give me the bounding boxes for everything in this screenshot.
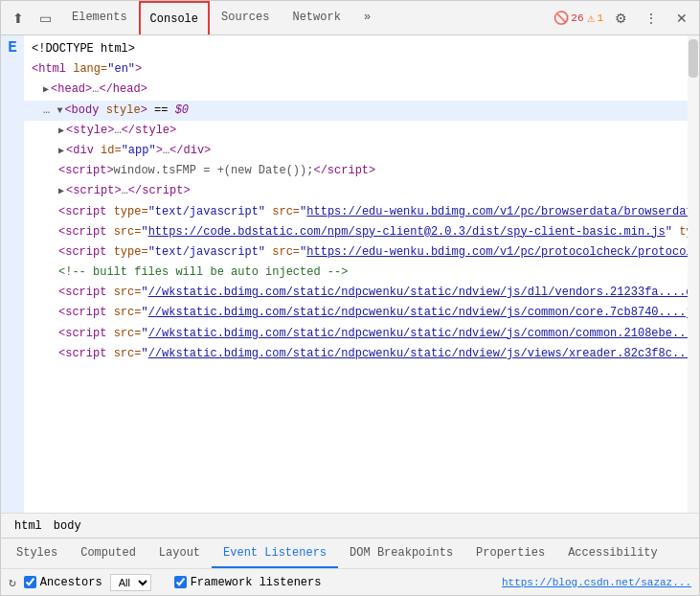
- warn-count: 1: [597, 12, 603, 24]
- error-count: 26: [571, 12, 583, 24]
- device-toolbar-icon[interactable]: ▭: [32, 5, 58, 32]
- tab-network[interactable]: Network: [281, 1, 351, 34]
- ancestors-label: Ancestors: [40, 576, 102, 589]
- dom-line[interactable]: ▶<script>…</script>: [24, 181, 688, 201]
- toolbar: ⬆ ▭ Elements Console Sources Network » 🚫…: [1, 1, 699, 35]
- bottom-tabs: Styles Computed Layout Event Listeners D…: [1, 538, 699, 568]
- tab-accessibility[interactable]: Accessibility: [556, 539, 669, 568]
- warn-icon: ⚠: [588, 11, 596, 26]
- tab-styles[interactable]: Styles: [5, 539, 69, 568]
- dom-line[interactable]: <script type="text/javascript" src="http…: [24, 242, 688, 263]
- url-link[interactable]: https://blog.csdn.net/sazaz...: [502, 577, 691, 588]
- scrollbar[interactable]: [688, 35, 699, 513]
- framework-checkbox[interactable]: [174, 576, 187, 588]
- toolbar-right: 🚫 26 ⚠ 1 ⚙ ⋮ ✕: [553, 5, 695, 32]
- dom-line[interactable]: <script src="https://code.bdstatic.com/n…: [24, 222, 688, 242]
- framework-checkbox-label[interactable]: Framework listeners: [174, 576, 322, 589]
- dom-line[interactable]: <html lang="en">: [24, 59, 688, 80]
- cursor-icon[interactable]: ⬆: [5, 5, 32, 32]
- toolbar-tabs: Elements Console Sources Network »: [60, 1, 382, 34]
- tab-dom-breakpoints[interactable]: DOM Breakpoints: [338, 539, 464, 568]
- close-icon[interactable]: ✕: [668, 5, 695, 32]
- dom-line[interactable]: <script src="//wkstatic.bdimg.com/static…: [24, 283, 688, 303]
- tab-event-listeners[interactable]: Event Listeners: [212, 539, 338, 568]
- dom-panel[interactable]: <!DOCTYPE html><html lang="en">▶<head>…<…: [24, 35, 688, 513]
- tab-layout[interactable]: Layout: [147, 539, 212, 568]
- ancestors-select[interactable]: All: [110, 574, 151, 591]
- dom-line[interactable]: ▶<style>…</style>: [24, 121, 688, 141]
- scrollbar-thumb[interactable]: [689, 39, 698, 78]
- tab-console[interactable]: Console: [139, 1, 210, 34]
- settings-icon[interactable]: ⚙: [607, 5, 634, 32]
- dom-line[interactable]: <script type="text/javascript" src="http…: [24, 202, 688, 222]
- error-icon: 🚫: [553, 11, 569, 26]
- breadcrumb-body[interactable]: body: [48, 517, 87, 535]
- tab-elements[interactable]: Elements: [60, 1, 139, 34]
- main-content: E <!DOCTYPE html><html lang="en">▶<head>…: [1, 35, 699, 513]
- dom-line[interactable]: <script src="//wkstatic.bdimg.com/static…: [24, 344, 688, 364]
- dom-line[interactable]: <script>window.tsFMP = +(new Date());</s…: [24, 161, 688, 181]
- dom-line[interactable]: ▶<head>…</head>: [24, 80, 688, 100]
- dom-line[interactable]: <script src="//wkstatic.bdimg.com/static…: [24, 324, 688, 344]
- more-options-icon[interactable]: ⋮: [638, 5, 665, 32]
- framework-label: Framework listeners: [191, 576, 322, 589]
- dom-line[interactable]: <!DOCTYPE html>: [24, 39, 688, 59]
- bottom-bar: ↻ Ancestors All Framework listeners http…: [1, 568, 699, 595]
- tab-properties[interactable]: Properties: [464, 539, 556, 568]
- devtools-window: ⬆ ▭ Elements Console Sources Network » 🚫…: [0, 0, 700, 596]
- dom-line[interactable]: <script src="//wkstatic.bdimg.com/static…: [24, 303, 688, 323]
- breadcrumb: html body: [1, 513, 699, 538]
- dom-line[interactable]: <!-- built files will be auto injected -…: [24, 263, 688, 283]
- dom-line[interactable]: … ▼<body style> == $0: [24, 101, 688, 121]
- dom-line[interactable]: ▶<div id="app">…</div>: [24, 141, 688, 161]
- warn-badge[interactable]: ⚠ 1: [588, 11, 603, 26]
- ancestors-checkbox-label[interactable]: Ancestors: [24, 576, 102, 589]
- ancestors-checkbox[interactable]: [24, 576, 36, 588]
- reload-icon[interactable]: ↻: [9, 575, 16, 590]
- left-gutter: E: [1, 35, 24, 513]
- tab-sources[interactable]: Sources: [210, 1, 281, 34]
- tab-more[interactable]: »: [352, 1, 382, 34]
- breadcrumb-html[interactable]: html: [9, 517, 48, 535]
- error-badge[interactable]: 🚫 26: [553, 11, 583, 26]
- tab-computed[interactable]: Computed: [69, 539, 147, 568]
